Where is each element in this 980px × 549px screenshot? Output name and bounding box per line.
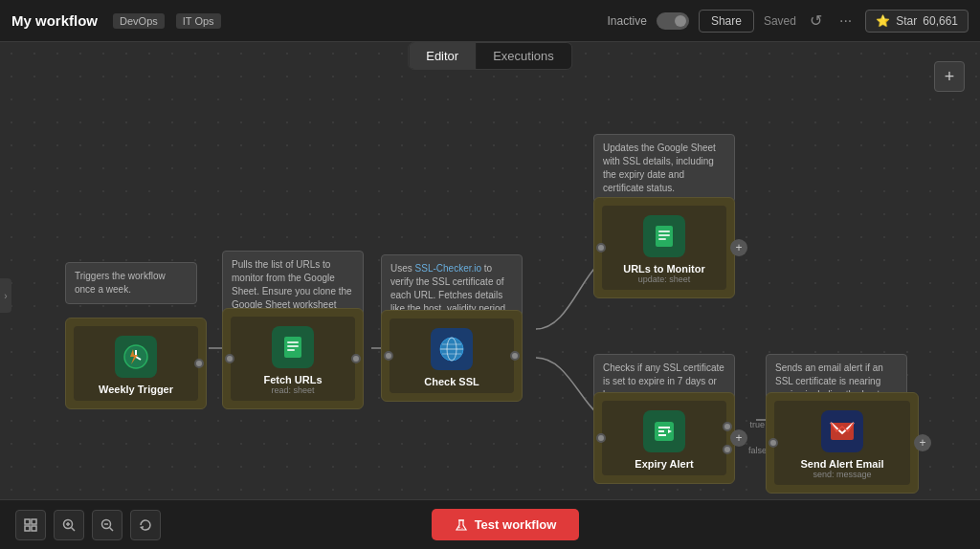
svg-line-33 bbox=[72, 527, 76, 531]
node-check-ssl[interactable]: Check SSL bbox=[381, 310, 523, 402]
urls-to-monitor-desc: Updates the Google Sheet with SSL detail… bbox=[593, 134, 735, 203]
tag-itops[interactable]: IT Ops bbox=[176, 13, 221, 29]
zoom-in-button[interactable] bbox=[54, 510, 84, 540]
github-star-button[interactable]: ⭐ Star 60,661 bbox=[865, 10, 969, 33]
node-expiry-alert[interactable]: Expiry Alert + true false bbox=[593, 392, 735, 484]
fetch-urls-icon bbox=[272, 326, 314, 368]
urls-to-monitor-icon bbox=[643, 215, 685, 257]
svg-rect-8 bbox=[287, 341, 299, 343]
fetch-urls-title: Fetch URLs bbox=[263, 374, 322, 385]
star-label: Star bbox=[896, 14, 917, 28]
urls-to-monitor-plus-button[interactable]: + bbox=[730, 239, 747, 256]
sheets-svg bbox=[279, 334, 306, 361]
send-alert-email-icon bbox=[821, 410, 863, 452]
false-label: false bbox=[748, 446, 767, 455]
fit-to-screen-button[interactable] bbox=[15, 510, 46, 540]
weekly-trigger-desc: Triggers the workflow once a week. bbox=[65, 262, 197, 304]
send-alert-email-title: Send Alert Email bbox=[800, 458, 883, 470]
reset-icon bbox=[139, 518, 152, 532]
star-count: 60,661 bbox=[923, 14, 958, 28]
fetch-urls-input-dot bbox=[225, 354, 234, 363]
weekly-trigger-title: Weekly Trigger bbox=[99, 384, 173, 395]
bottom-icons bbox=[15, 510, 161, 540]
expiry-alert-icon bbox=[643, 410, 685, 452]
check-ssl-icon bbox=[431, 328, 473, 370]
svg-rect-9 bbox=[287, 345, 299, 347]
test-workflow-label: Test workflow bbox=[475, 517, 557, 532]
svg-rect-29 bbox=[32, 526, 36, 531]
more-options-button[interactable]: ··· bbox=[835, 11, 856, 32]
left-panel-toggle[interactable]: › bbox=[0, 278, 11, 313]
zoom-out-icon bbox=[100, 518, 114, 532]
tag-devops[interactable]: DevOps bbox=[113, 13, 165, 29]
urls-to-monitor-subtitle: update: sheet bbox=[638, 274, 691, 284]
svg-rect-26 bbox=[25, 519, 30, 524]
true-label: true bbox=[749, 420, 765, 429]
svg-rect-19 bbox=[658, 238, 666, 240]
node-weekly-trigger[interactable]: Weekly Trigger bbox=[65, 318, 207, 409]
weekly-trigger-icon bbox=[115, 336, 157, 378]
bottombar: Test workflow bbox=[0, 499, 980, 549]
ssl-checker-link[interactable]: SSL-Checker.io bbox=[415, 263, 481, 274]
node-fetch-urls-inner: Fetch URLs read: sheet bbox=[231, 317, 355, 401]
svg-point-40 bbox=[461, 527, 463, 529]
check-ssl-title: Check SSL bbox=[424, 376, 479, 387]
node-weekly-trigger-inner: Weekly Trigger bbox=[74, 326, 198, 401]
status-label: Inactive bbox=[608, 14, 647, 28]
share-button[interactable]: Share bbox=[699, 10, 754, 33]
tab-editor[interactable]: Editor bbox=[409, 43, 476, 69]
expiry-alert-false-dot bbox=[723, 445, 732, 454]
globe-svg bbox=[438, 336, 465, 362]
expiry-alert-true-dot bbox=[723, 422, 732, 431]
svg-rect-18 bbox=[658, 234, 670, 236]
node-expiry-alert-inner: Expiry Alert + bbox=[602, 401, 726, 475]
svg-rect-10 bbox=[287, 349, 295, 351]
gmail-svg bbox=[828, 417, 857, 446]
node-send-alert-email-inner: Send Alert Email send: message + bbox=[774, 401, 910, 485]
fetch-urls-subtitle: read: sheet bbox=[271, 385, 314, 395]
node-urls-to-monitor-inner: URLs to Monitor update: sheet + bbox=[602, 206, 726, 290]
clock-svg bbox=[122, 343, 149, 370]
expiry-alert-title: Expiry Alert bbox=[635, 458, 693, 470]
fit-icon bbox=[24, 518, 37, 532]
zoom-in-icon bbox=[62, 518, 76, 532]
svg-rect-28 bbox=[25, 526, 30, 531]
canvas-add-button[interactable]: + bbox=[934, 61, 965, 92]
expiry-alert-plus-button[interactable]: + bbox=[730, 429, 747, 447]
tab-executions[interactable]: Executions bbox=[476, 43, 571, 69]
urls-to-monitor-input-dot bbox=[596, 243, 606, 253]
node-check-ssl-inner: Check SSL bbox=[390, 318, 514, 393]
github-icon: ⭐ bbox=[876, 14, 890, 28]
saved-label: Saved bbox=[764, 14, 796, 28]
send-alert-email-input-dot bbox=[768, 438, 778, 448]
svg-point-39 bbox=[458, 526, 460, 528]
weekly-trigger-output-dot bbox=[194, 359, 204, 368]
node-urls-to-monitor[interactable]: URLs to Monitor update: sheet + bbox=[593, 197, 735, 298]
expiry-alert-input-dot bbox=[596, 433, 606, 443]
workflow-canvas: Triggers the workflow once a week. Pulls… bbox=[0, 42, 980, 549]
workflow-title: My workflow bbox=[11, 12, 98, 29]
status-toggle[interactable] bbox=[657, 12, 689, 30]
flask-icon bbox=[455, 518, 468, 532]
node-fetch-urls[interactable]: Fetch URLs read: sheet bbox=[222, 308, 364, 409]
urls-to-monitor-title: URLs to Monitor bbox=[623, 263, 705, 274]
sheets2-svg bbox=[651, 223, 678, 250]
svg-rect-17 bbox=[658, 231, 670, 232]
tabbar: Editor Executions bbox=[408, 42, 572, 70]
check-ssl-output-dot bbox=[510, 351, 520, 361]
svg-line-36 bbox=[110, 527, 114, 531]
svg-rect-27 bbox=[32, 519, 36, 524]
node-send-alert-email[interactable]: Send Alert Email send: message + bbox=[766, 392, 919, 494]
test-workflow-button[interactable]: Test workflow bbox=[432, 509, 580, 540]
topbar-right: Inactive Share Saved ↺ ··· ⭐ Star 60,661 bbox=[608, 10, 969, 33]
send-alert-email-plus-button[interactable]: + bbox=[914, 434, 931, 451]
topbar: My workflow DevOps IT Ops Inactive Share… bbox=[0, 0, 980, 42]
filter-svg bbox=[651, 418, 678, 445]
reset-view-button[interactable] bbox=[130, 510, 161, 540]
send-alert-email-subtitle: send: message bbox=[813, 470, 871, 479]
undo-button[interactable]: ↺ bbox=[806, 10, 826, 32]
fetch-urls-output-dot bbox=[351, 354, 361, 363]
zoom-out-button[interactable] bbox=[92, 510, 122, 540]
check-ssl-input-dot bbox=[384, 351, 393, 361]
